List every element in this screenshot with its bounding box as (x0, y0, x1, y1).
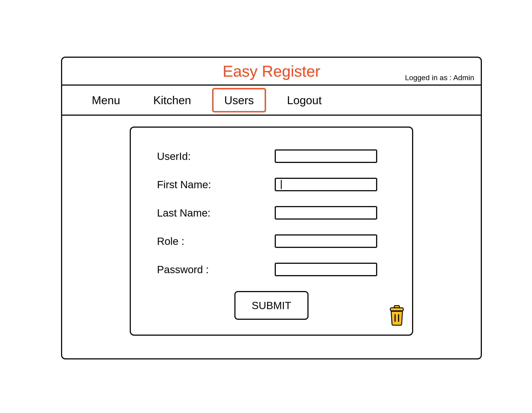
nav-item-menu[interactable]: Menu (80, 88, 132, 112)
input-password[interactable] (275, 263, 377, 276)
app-window: Easy Register Logged in as : Admin Menu … (61, 57, 482, 359)
form-row-lastname: Last Name: (157, 206, 386, 220)
label-lastname: Last Name: (157, 207, 275, 219)
app-title: Easy Register (223, 62, 320, 80)
text-cursor (281, 180, 282, 189)
svg-rect-1 (390, 308, 403, 311)
input-firstname[interactable] (275, 178, 377, 191)
nav-item-logout[interactable]: Logout (275, 88, 334, 112)
logged-in-prefix: Logged in as : (405, 73, 453, 82)
label-userid: UserId: (157, 150, 275, 162)
form-row-userid: UserId: (157, 149, 386, 163)
trash-icon[interactable] (388, 305, 406, 326)
form-row-role: Role : (157, 234, 386, 248)
input-role[interactable] (275, 234, 377, 248)
label-role: Role : (157, 235, 275, 247)
nav-item-users[interactable]: Users (212, 88, 266, 112)
header-bar: Easy Register Logged in as : Admin (62, 58, 481, 86)
user-form-card: UserId: First Name: Last Name: Role : Pa… (130, 127, 413, 336)
form-row-password: Password : (157, 263, 386, 276)
logged-in-user: Admin (453, 73, 474, 82)
content-area: UserId: First Name: Last Name: Role : Pa… (62, 116, 481, 347)
nav-item-kitchen[interactable]: Kitchen (141, 88, 203, 112)
label-password: Password : (157, 264, 275, 275)
input-lastname[interactable] (275, 206, 377, 220)
form-row-firstname: First Name: (157, 178, 386, 191)
submit-row: SUBMIT (157, 291, 386, 320)
submit-button[interactable]: SUBMIT (234, 291, 309, 320)
label-firstname: First Name: (157, 179, 275, 191)
nav-bar: Menu Kitchen Users Logout (62, 86, 481, 116)
logged-in-as: Logged in as : Admin (405, 73, 474, 82)
input-userid[interactable] (275, 149, 377, 163)
